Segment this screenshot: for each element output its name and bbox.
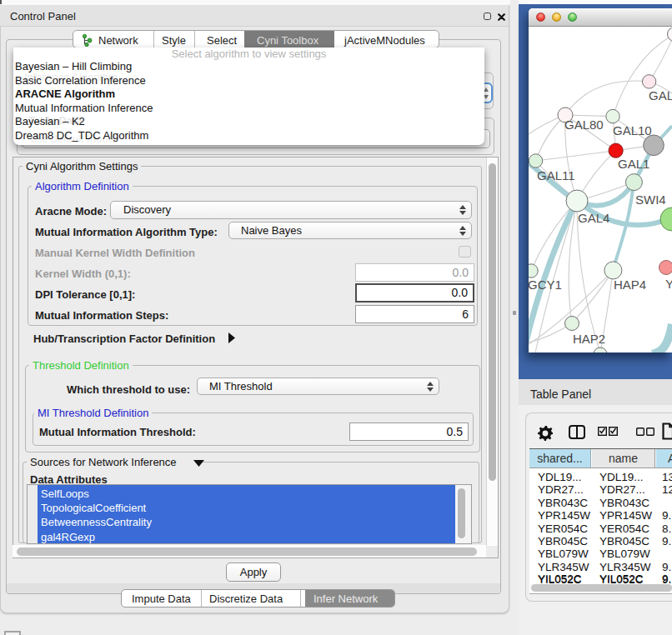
svg-text:Y: Y <box>665 277 672 291</box>
svg-text:GAL10: GAL10 <box>613 123 652 138</box>
svg-text:GAL4: GAL4 <box>578 211 609 225</box>
svg-text:GCY1: GCY1 <box>529 278 562 292</box>
svg-text:GAL11: GAL11 <box>537 168 575 182</box>
svg-text:GAL: GAL <box>649 88 672 102</box>
svg-text:GAL80: GAL80 <box>564 118 604 132</box>
svg-text:HAP2: HAP2 <box>573 332 605 346</box>
svg-text:GAL1: GAL1 <box>618 157 649 171</box>
svg-text:SWI4: SWI4 <box>635 192 666 207</box>
svg-text:HAP4: HAP4 <box>614 278 646 292</box>
